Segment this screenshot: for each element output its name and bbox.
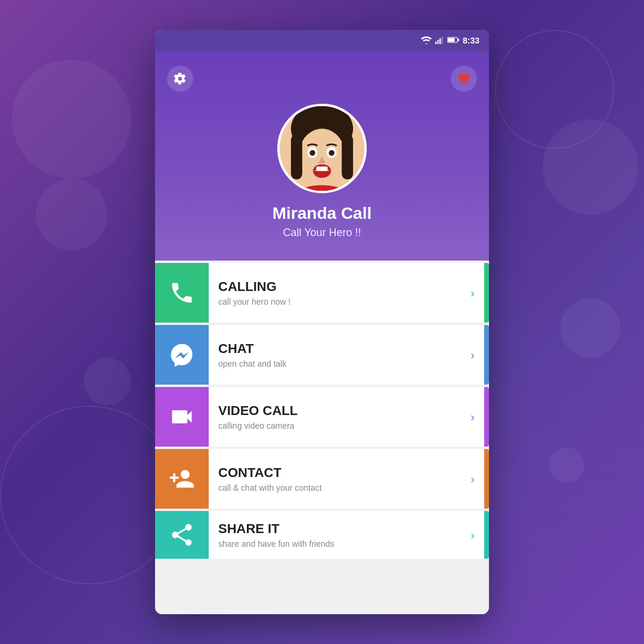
signal-icon <box>435 36 444 46</box>
phone-icon <box>169 280 195 306</box>
share-icon <box>169 522 195 548</box>
shareit-subtitle: share and have fun with friends <box>218 539 451 549</box>
svg-rect-1 <box>437 40 438 44</box>
chat-subtitle: open chat and talk <box>218 359 451 369</box>
svg-rect-2 <box>439 38 441 44</box>
bg-decoration-2 <box>36 179 107 250</box>
videocall-icon-bg <box>155 387 209 447</box>
favorite-button[interactable] <box>451 66 477 92</box>
videocam-icon <box>169 404 195 430</box>
app-header: Miranda Call Call Your Hero !! <box>155 51 489 261</box>
contact-subtitle: call & chat with your contact <box>218 483 451 493</box>
svg-rect-0 <box>435 41 436 44</box>
menu-item-shareit[interactable]: SHARE IT share and have fun with friends… <box>155 511 489 559</box>
gear-icon <box>174 72 187 85</box>
bg-arc-1 <box>0 405 179 584</box>
svg-rect-6 <box>458 39 459 41</box>
shareit-title: SHARE IT <box>218 521 451 537</box>
contact-icon <box>169 466 195 492</box>
videocall-title: VIDEO CALL <box>218 403 451 419</box>
calling-subtitle: call your hero now ! <box>218 297 451 306</box>
bg-decoration-6 <box>549 447 584 483</box>
chat-accent-bar <box>484 325 489 385</box>
chat-arrow: › <box>461 348 484 362</box>
menu-item-videocall[interactable]: VIDEO CALL calling video camera › <box>155 387 489 447</box>
chat-title: CHAT <box>218 341 451 357</box>
battery-icon <box>447 36 459 45</box>
svg-point-12 <box>309 150 315 156</box>
header-buttons <box>167 66 477 92</box>
menu-item-chat[interactable]: CHAT open chat and talk › <box>155 325 489 385</box>
videocall-arrow: › <box>461 410 484 424</box>
bg-decoration-1 <box>12 60 131 179</box>
calling-accent-bar <box>484 263 489 323</box>
contact-arrow: › <box>461 472 484 486</box>
bg-decoration-3 <box>83 358 131 405</box>
wifi-icon <box>421 36 432 46</box>
chat-content: CHAT open chat and talk <box>209 341 461 369</box>
contact-accent-bar <box>484 449 489 509</box>
svg-rect-3 <box>441 36 442 44</box>
svg-point-15 <box>332 151 334 153</box>
menu-item-contact[interactable]: CONTACT call & chat with your contact › <box>155 449 489 509</box>
phone-frame: 8:33 <box>155 30 489 614</box>
heart-icon <box>457 72 470 85</box>
menu-list: CALLING call your hero now ! › CHAT open… <box>155 261 489 614</box>
svg-rect-19 <box>342 134 353 179</box>
shareit-icon-bg <box>155 511 209 559</box>
shareit-arrow: › <box>461 528 484 542</box>
profile-name: Miranda Call <box>273 204 371 223</box>
calling-icon-bg <box>155 263 209 323</box>
avatar-image <box>280 104 364 193</box>
shareit-content: SHARE IT share and have fun with friends <box>209 521 461 549</box>
messenger-icon <box>169 342 195 368</box>
contact-title: CONTACT <box>218 465 451 481</box>
status-icons: 8:33 <box>421 36 479 46</box>
profile-tagline: Call Your Hero !! <box>283 227 361 239</box>
bg-decoration-5 <box>561 298 620 358</box>
chat-icon-bg <box>155 325 209 385</box>
videocall-accent-bar <box>484 387 489 447</box>
svg-rect-18 <box>291 134 302 179</box>
settings-button[interactable] <box>167 66 193 92</box>
status-time: 8:33 <box>463 36 479 45</box>
menu-item-calling[interactable]: CALLING call your hero now ! › <box>155 263 489 323</box>
bg-arc-2 <box>495 30 614 149</box>
videocall-subtitle: calling video camera <box>218 421 451 431</box>
profile-avatar <box>277 104 367 193</box>
shareit-accent-bar <box>484 511 489 559</box>
calling-title: CALLING <box>218 279 451 295</box>
contact-icon-bg <box>155 449 209 509</box>
svg-rect-17 <box>317 166 328 171</box>
svg-point-14 <box>312 151 315 153</box>
videocall-content: VIDEO CALL calling video camera <box>209 403 461 431</box>
contact-content: CONTACT call & chat with your contact <box>209 465 461 493</box>
status-bar: 8:33 <box>155 30 489 51</box>
calling-content: CALLING call your hero now ! <box>209 279 461 306</box>
svg-point-13 <box>329 150 334 156</box>
svg-rect-5 <box>448 38 454 42</box>
calling-arrow: › <box>461 286 484 300</box>
